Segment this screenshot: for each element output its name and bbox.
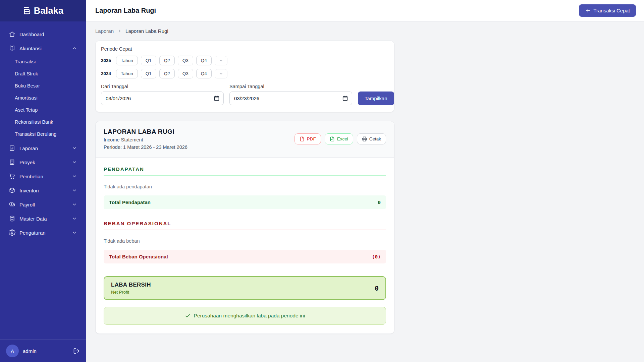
sidebar-subitem-rekonsiliasi-bank[interactable]: Rekonsiliasi Bank xyxy=(4,116,82,128)
printer-icon xyxy=(362,136,367,141)
quick-transaction-button[interactable]: Transaksi Cepat xyxy=(579,4,636,17)
chevron-down-icon xyxy=(72,216,77,221)
sidebar-subitem-transaksi[interactable]: Transaksi xyxy=(4,56,82,68)
period-button-q3[interactable]: Q3 xyxy=(178,69,193,78)
year-label: 2024 xyxy=(101,71,113,76)
sidebar-item-pembelian[interactable]: Pembelian xyxy=(4,170,82,183)
period-button-q2[interactable]: Q2 xyxy=(159,69,175,78)
print-button[interactable]: Cetak xyxy=(357,133,386,144)
gear-icon xyxy=(9,229,15,236)
sidebar-item-label: Proyek xyxy=(19,160,35,165)
period-button-q3[interactable]: Q3 xyxy=(178,56,193,65)
report-body: PENDAPATAN Tidak ada pendapatan Total Pe… xyxy=(96,158,394,334)
pdf-file-icon xyxy=(300,136,305,141)
period-more-button[interactable] xyxy=(215,69,227,78)
content: Laporan Laporan Laba Rugi Periode Cepat … xyxy=(86,21,644,362)
expense-section-heading: BEBAN OPERASIONAL xyxy=(104,221,386,230)
chevron-down-icon xyxy=(72,145,77,151)
sidebar-item-label: Inventori xyxy=(19,188,39,193)
sidebar-item-label: Pengaturan xyxy=(19,230,46,236)
expense-total-value: (0) xyxy=(372,254,381,259)
date-range-row: Dari Tanggal Sampai Tanggal xyxy=(101,84,389,105)
sidebar-subitem-buku-besar[interactable]: Buku Besar xyxy=(4,80,82,92)
sidebar-subitem-aset-tetap[interactable]: Aset Tetap xyxy=(4,104,82,116)
period-filter-card: Periode Cepat 2025 Tahun Q1 Q2 Q3 Q4 202… xyxy=(95,41,394,112)
sidebar-item-label: Laporan xyxy=(19,145,38,151)
check-icon xyxy=(185,313,191,319)
period-button-q1[interactable]: Q1 xyxy=(141,56,156,65)
expense-total-row: Total Beban Operasional (0) xyxy=(104,250,386,263)
avatar[interactable]: A xyxy=(6,345,19,357)
chevron-down-icon xyxy=(72,174,77,179)
sidebar-item-master-data[interactable]: Master Data xyxy=(4,212,82,225)
topbar: Laporan Laba Rugi Transaksi Cepat xyxy=(86,0,644,21)
report-subtitle: Income Statement xyxy=(104,137,187,142)
sidebar-nav: Dashboard Akuntansi Transaksi Draft Stru… xyxy=(0,21,86,340)
shopping-cart-icon xyxy=(9,173,15,180)
chevron-down-icon xyxy=(72,230,77,235)
book-open-icon xyxy=(9,45,15,52)
database-icon xyxy=(9,215,15,222)
net-profit-title: LABA BERSIH xyxy=(111,282,151,288)
period-button-q2[interactable]: Q2 xyxy=(159,56,175,65)
chevron-up-icon xyxy=(72,46,77,51)
sidebar-subitem-amortisasi[interactable]: Amortisasi xyxy=(4,92,82,104)
from-date-input[interactable] xyxy=(101,92,224,105)
brand-icon xyxy=(22,6,33,16)
filter-title: Periode Cepat xyxy=(101,46,389,52)
chevron-right-icon xyxy=(117,28,122,34)
year-row-2024: 2024 Tahun Q1 Q2 Q3 Q4 xyxy=(101,69,389,78)
sidebar: Balaka Dashboard Akuntansi Transaksi Dra… xyxy=(0,0,86,362)
period-button-q4[interactable]: Q4 xyxy=(196,56,212,65)
sidebar-item-label: Dashboard xyxy=(19,32,44,37)
income-total-label: Total Pendapatan xyxy=(109,199,151,205)
sidebar-item-label: Akuntansi xyxy=(19,46,42,51)
chevron-down-icon xyxy=(72,160,77,165)
expense-total-label: Total Beban Operasional xyxy=(109,254,168,259)
report-header: LAPORAN LABA RUGI Income Statement Perio… xyxy=(96,121,394,158)
from-date-field: Dari Tanggal xyxy=(101,84,224,105)
breadcrumb: Laporan Laporan Laba Rugi xyxy=(95,28,635,34)
building-icon xyxy=(9,159,15,166)
export-excel-button[interactable]: Excel xyxy=(325,133,353,144)
period-button-q1[interactable]: Q1 xyxy=(141,69,156,78)
period-more-button[interactable] xyxy=(215,56,227,65)
sidebar-item-label: Pembelian xyxy=(19,174,43,179)
period-button-q4[interactable]: Q4 xyxy=(196,69,212,78)
sidebar-item-payroll[interactable]: Payroll xyxy=(4,198,82,211)
sidebar-item-dashboard[interactable]: Dashboard xyxy=(4,27,82,41)
to-date-input[interactable] xyxy=(229,92,352,105)
sidebar-item-laporan[interactable]: Laporan xyxy=(4,141,82,155)
export-pdf-button[interactable]: PDF xyxy=(294,133,321,144)
sidebar-subitem-transaksi-berulang[interactable]: Transaksi Berulang xyxy=(4,128,82,140)
page-title: Laporan Laba Rugi xyxy=(95,7,156,14)
excel-file-icon xyxy=(330,136,335,141)
home-icon xyxy=(9,31,15,38)
profit-message-text: Perusahaan menghasilkan laba pada period… xyxy=(194,313,305,319)
user-footer: A admin xyxy=(0,340,86,362)
income-empty-text: Tidak ada pendapatan xyxy=(104,184,386,189)
period-button-tahun[interactable]: Tahun xyxy=(116,56,138,65)
report-period: Periode: 1 Maret 2026 - 23 Maret 2026 xyxy=(104,144,187,150)
print-label: Cetak xyxy=(369,136,381,141)
year-row-2025: 2025 Tahun Q1 Q2 Q3 Q4 xyxy=(101,56,389,65)
report-title: LAPORAN LABA RUGI xyxy=(104,128,187,135)
net-profit-value: 0 xyxy=(375,284,379,292)
app-name: Balaka xyxy=(34,6,63,16)
to-date-label: Sampai Tanggal xyxy=(229,84,352,89)
sidebar-subitem-draft-struk[interactable]: Draft Struk xyxy=(4,68,82,80)
sidebar-item-pengaturan[interactable]: Pengaturan xyxy=(4,226,82,239)
net-profit-subtitle: Net Profit xyxy=(111,290,151,295)
breadcrumb-parent[interactable]: Laporan xyxy=(95,28,114,34)
logout-icon[interactable] xyxy=(73,348,80,354)
sidebar-item-proyek[interactable]: Proyek xyxy=(4,156,82,169)
to-date-field: Sampai Tanggal xyxy=(229,84,352,105)
period-button-tahun[interactable]: Tahun xyxy=(116,69,138,78)
report-chart-icon xyxy=(9,145,15,152)
app-logo[interactable]: Balaka xyxy=(0,0,86,21)
net-profit-box: LABA BERSIH Net Profit 0 xyxy=(104,276,386,300)
sidebar-item-inventori[interactable]: Inventori xyxy=(4,184,82,197)
quick-transaction-label: Transaksi Cepat xyxy=(593,8,630,13)
show-button[interactable]: Tampilkan xyxy=(358,92,394,105)
sidebar-item-akuntansi[interactable]: Akuntansi xyxy=(4,42,82,55)
